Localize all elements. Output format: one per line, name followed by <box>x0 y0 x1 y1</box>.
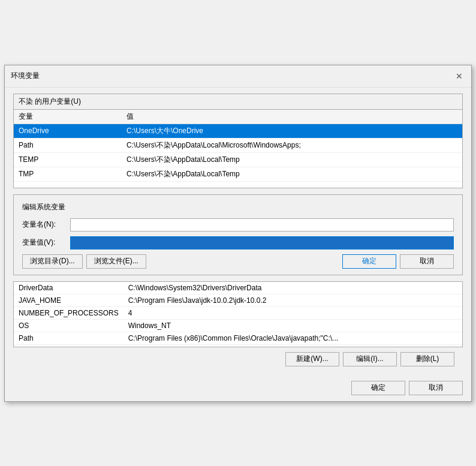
sys-table-row[interactable]: NUMBER_OF_PROCESSORS4 <box>14 306 462 319</box>
var-val-label: 变量值(V): <box>22 237 70 248</box>
sys-var-cell: DriverData <box>14 282 123 294</box>
dialog-title: 环境变量 <box>11 71 40 81</box>
var-val-row: 变量值(V): <box>22 236 454 249</box>
sys-variable-buttons: 新建(W)... 编辑(I)... 删除(L) <box>13 347 463 371</box>
user-val-cell: C:\Users\不染\AppData\Local\Temp <box>122 152 462 167</box>
sys-table-row[interactable]: JAVA_HOMEC:\Program Files\Java\jdk-10.0.… <box>14 294 462 306</box>
sys-val-cell: C:\Program Files (x86)\Common Files\Orac… <box>123 332 462 344</box>
sys-table-row[interactable]: OSWindows_NT <box>14 319 462 332</box>
edit-section-buttons: 浏览目录(D)... 浏览文件(E)... 确定 取消 <box>22 254 454 269</box>
browse-file-button[interactable]: 浏览文件(E)... <box>86 254 146 269</box>
var-val-input[interactable] <box>70 236 454 249</box>
sys-val-cell: C:\Windows\System32\Drivers\DriverData <box>123 282 462 294</box>
footer-cancel-button[interactable]: 取消 <box>409 381 463 395</box>
var-name-row: 变量名(N): <box>22 218 454 232</box>
sys-var-cell: OS <box>14 319 123 332</box>
col-header-val: 值 <box>122 110 462 124</box>
sys-edit-button[interactable]: 编辑(I)... <box>343 352 397 366</box>
user-val-cell: C:\Users\不染\AppData\Local\Microsoft\Wind… <box>122 138 462 152</box>
user-table-wrapper[interactable]: 变量 值 OneDriveC:\Users\大牛\OneDrivePathC:\… <box>14 110 462 188</box>
close-button[interactable]: ✕ <box>453 70 465 82</box>
browse-dir-button[interactable]: 浏览目录(D)... <box>22 254 83 269</box>
user-section-title: 不染 的用户变量(U) <box>14 94 462 110</box>
sys-delete-button[interactable]: 删除(L) <box>400 352 454 366</box>
edit-cancel-button[interactable]: 取消 <box>400 254 454 269</box>
user-table-row[interactable]: OneDriveC:\Users\大牛\OneDrive <box>14 124 462 138</box>
sys-var-cell: Path <box>14 332 123 344</box>
sys-table-row[interactable]: DriverDataC:\Windows\System32\Drivers\Dr… <box>14 282 462 294</box>
sys-val-cell: C:\Program Files\Java\jdk-10.0.2\jdk-10.… <box>123 294 462 306</box>
title-bar: 环境变量 ✕ <box>5 65 471 88</box>
col-header-var: 变量 <box>14 110 122 124</box>
user-val-cell: C:\Users\大牛\OneDrive <box>122 124 462 138</box>
edit-ok-button[interactable]: 确定 <box>342 254 396 269</box>
user-var-cell: TMP <box>14 167 122 181</box>
sys-table-row[interactable]: PathC:\Program Files (x86)\Common Files\… <box>14 332 462 344</box>
user-table-row[interactable]: TMPC:\Users\不染\AppData\Local\Temp <box>14 167 462 181</box>
footer-buttons: 确定 取消 <box>5 377 471 401</box>
user-val-cell: C:\Users\不染\AppData\Local\Temp <box>122 167 462 181</box>
environment-variables-dialog: 环境变量 ✕ 不染 的用户变量(U) 变量 值 OneDriveC:\Users… <box>4 65 472 402</box>
user-env-table: 变量 值 OneDriveC:\Users\大牛\OneDrivePathC:\… <box>14 110 462 182</box>
dialog-body: 不染 的用户变量(U) 变量 值 OneDriveC:\Users\大牛\One… <box>5 88 471 377</box>
edit-system-variable-section: 编辑系统变量 变量名(N): 变量值(V): 浏览目录(D)... 浏览文件(E… <box>13 194 463 275</box>
edit-section-title: 编辑系统变量 <box>22 202 454 212</box>
user-var-cell: OneDrive <box>14 124 122 138</box>
user-table-row[interactable]: PathC:\Users\不染\AppData\Local\Microsoft\… <box>14 138 462 152</box>
sys-new-button[interactable]: 新建(W)... <box>285 352 339 366</box>
sys-val-cell: 4 <box>123 306 462 319</box>
sys-val-cell: Windows_NT <box>123 319 462 332</box>
user-var-cell: Path <box>14 138 122 152</box>
sys-env-table: DriverDataC:\Windows\System32\Drivers\Dr… <box>14 282 462 347</box>
footer-ok-button[interactable]: 确定 <box>351 381 405 395</box>
sys-var-cell: JAVA_HOME <box>14 294 123 306</box>
sys-table-wrapper[interactable]: DriverDataC:\Windows\System32\Drivers\Dr… <box>13 281 463 347</box>
user-var-cell: TEMP <box>14 152 122 167</box>
var-name-label: 变量名(N): <box>22 220 70 230</box>
user-table-row[interactable]: TEMPC:\Users\不染\AppData\Local\Temp <box>14 152 462 167</box>
sys-var-cell: NUMBER_OF_PROCESSORS <box>14 306 123 319</box>
var-name-input[interactable] <box>70 218 454 232</box>
user-variables-section: 不染 的用户变量(U) 变量 值 OneDriveC:\Users\大牛\One… <box>13 94 463 188</box>
